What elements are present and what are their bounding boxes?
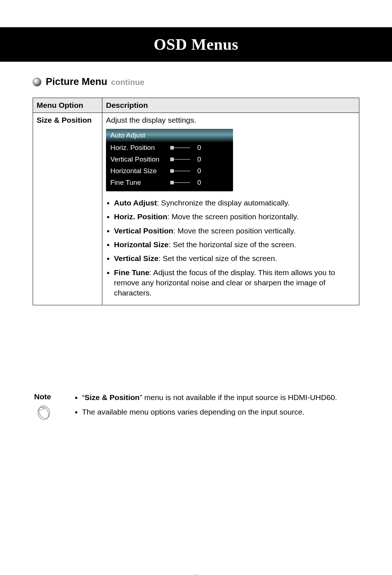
osd-row: Horizontal Size0 [106, 165, 233, 177]
list-item: Auto Adjust: Synchronize the display aut… [114, 198, 355, 208]
bullet-text: : Set the horizontal size of the screen. [169, 240, 296, 249]
header-description: Description [102, 98, 359, 113]
note-left-column: Note [34, 392, 67, 423]
section-heading: Picture Menu continue [33, 76, 359, 87]
section-title-group: Picture Menu continue [46, 76, 144, 87]
osd-item-value: 0 [194, 179, 201, 187]
osd-screenshot: Auto Adjust Horiz. Position0Vertical Pos… [106, 129, 233, 191]
list-item: Vertical Size: Set the vertical size of … [114, 253, 355, 264]
bullet-text: : Move the screen position vertically. [173, 227, 295, 235]
bullet-term: Auto Adjust [114, 199, 157, 207]
bullet-text: : Move the screen position horizontally. [167, 212, 298, 221]
osd-item-label: Vertical Position [110, 155, 167, 163]
svg-point-0 [37, 405, 52, 420]
osd-item-value: 0 [194, 155, 201, 163]
bullet-text: : Synchronize the display automatically. [157, 199, 290, 207]
note-term: Size & Position [85, 393, 140, 401]
osd-header: Auto Adjust [106, 129, 233, 142]
note-text: The available menu options varies depend… [82, 408, 305, 416]
list-item: Horiz. Position: Move the screen positio… [114, 212, 355, 222]
content-area: Picture Menu continue Menu Option Descri… [0, 62, 392, 423]
mouse-icon [34, 404, 67, 423]
osd-item-label: Horiz. Position [110, 144, 167, 152]
bullet-term: Horizontal Size [114, 240, 169, 249]
table-header-row: Menu Option Description [33, 98, 359, 113]
menu-options-table: Menu Option Description Size & Position … [33, 98, 359, 305]
note-label: Note [34, 392, 67, 401]
osd-item-label: Fine Tune [110, 179, 167, 187]
osd-item-label: Horizontal Size [110, 167, 167, 175]
osd-item-value: 0 [194, 144, 201, 152]
cell-menu-option: Size & Position [33, 113, 102, 305]
section-title: Picture Menu [46, 76, 107, 87]
list-item: Vertical Position: Move the screen posit… [114, 226, 355, 236]
note-list: “Size & Position” menu is not available … [74, 392, 337, 423]
osd-row: Vertical Position0 [106, 154, 233, 165]
page: OSD Menus Picture Menu continue Menu Opt… [0, 27, 392, 575]
list-item: The available menu options varies depend… [82, 407, 337, 417]
description-intro: Adjust the display settings. [106, 116, 355, 125]
bullet-term: Horiz. Position [114, 212, 167, 221]
bullet-term: Fine Tune [114, 268, 150, 277]
note-block: Note “Size & Position” menu is not avail… [33, 392, 359, 423]
osd-slider [170, 182, 190, 184]
table-row: Size & Position Adjust the display setti… [33, 113, 359, 305]
list-item: “Size & Position” menu is not available … [82, 392, 337, 403]
osd-row: Horiz. Position0 [106, 142, 233, 154]
section-subtitle: continue [111, 78, 144, 87]
description-bullet-list: Auto Adjust: Synchronize the display aut… [106, 198, 355, 298]
cell-description: Adjust the display settings. Auto Adjust… [102, 113, 359, 305]
osd-row: Fine Tune0 [106, 177, 233, 188]
bullet-term: Vertical Size [114, 254, 159, 262]
bullet-term: Vertical Position [114, 227, 173, 235]
svg-line-2 [40, 407, 46, 411]
osd-slider [170, 147, 190, 149]
header-menu-option: Menu Option [33, 98, 102, 113]
osd-item-value: 0 [194, 167, 201, 175]
chapter-title-bar: OSD Menus [0, 27, 392, 62]
osd-slider [170, 170, 190, 172]
chapter-title: OSD Menus [154, 35, 238, 54]
list-item: Fine Tune: Adjust the focus of the displ… [114, 268, 355, 298]
list-item: Horizontal Size: Set the horizontal size… [114, 240, 355, 250]
note-text: ” menu is not available if the input sou… [140, 393, 337, 401]
osd-slider [170, 158, 190, 160]
sphere-bullet-icon [33, 78, 41, 86]
bullet-text: : Set the vertical size of the screen. [159, 254, 277, 262]
